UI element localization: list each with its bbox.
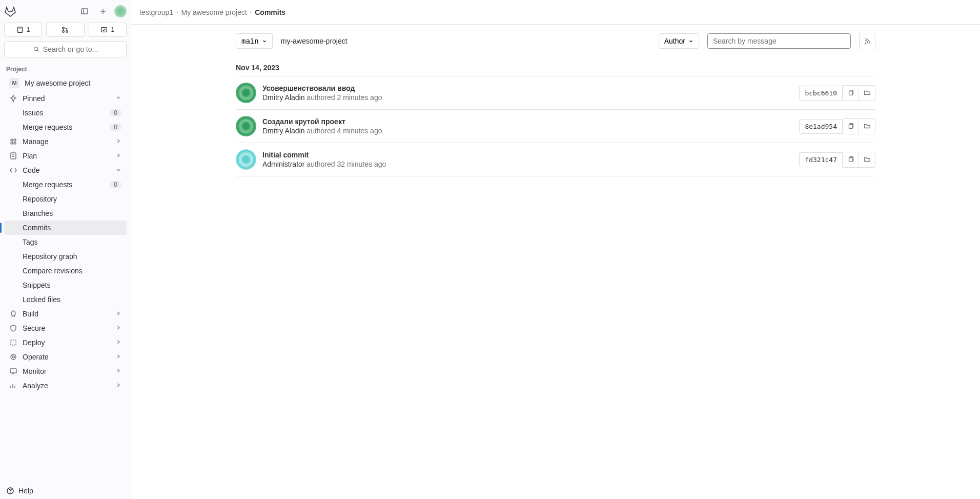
commit-avatar[interactable] (236, 116, 256, 136)
breadcrumb-item[interactable]: testgroup1 (139, 8, 173, 16)
operate-icon (9, 353, 17, 361)
main: testgroup1 › My awesome project › Commit… (131, 0, 980, 499)
commit-title[interactable]: Initial commit (262, 151, 793, 159)
commit-row: Создали крутой проект Dmitry Aladin auth… (236, 110, 875, 143)
commit-sha-button[interactable]: 8e1ad954 (799, 119, 843, 134)
help-label: Help (18, 487, 33, 495)
sidebar-item-compare[interactable]: Compare revisions (4, 264, 127, 278)
code-mr-count: 0 (110, 181, 121, 188)
chevron-right-icon (115, 338, 121, 347)
sidebar-item-plan[interactable]: Plan (4, 149, 127, 163)
sidebar-item-locked[interactable]: Locked files (4, 292, 127, 307)
author-label: Author (664, 37, 685, 45)
sidebar: 1 1 Search or go to... Project M My awes… (0, 0, 131, 499)
commit-avatar[interactable] (236, 149, 256, 170)
sidebar-item-manage[interactable]: Manage (4, 134, 127, 149)
sidebar-item-project[interactable]: M My awesome project (4, 75, 127, 91)
branch-selector[interactable]: main (236, 33, 273, 49)
sidebar-item-commits[interactable]: Commits (4, 221, 127, 235)
svg-point-15 (14, 142, 16, 144)
gitlab-logo[interactable] (4, 5, 16, 17)
plan-icon (9, 152, 17, 160)
pin-icon (9, 94, 17, 103)
browse-files-button[interactable] (859, 85, 875, 101)
commit-row: Усовершенствовали ввод Dmitry Aladin aut… (236, 76, 875, 110)
commit-author[interactable]: Dmitry Aladin (262, 93, 304, 102)
commit-author[interactable]: Administrator (262, 160, 304, 168)
merge-requests-button[interactable] (46, 23, 84, 37)
chevron-right-icon (115, 137, 121, 146)
copy-sha-button[interactable] (843, 118, 859, 134)
sidebar-item-snippets[interactable]: Snippets (4, 278, 127, 292)
commit-avatar[interactable] (236, 83, 256, 103)
sidebar-item-build[interactable]: Build (4, 307, 127, 321)
browse-files-button[interactable] (859, 118, 875, 134)
sidebar-item-code-mr[interactable]: Merge requests 0 (4, 177, 127, 192)
commit-verb: authored (307, 93, 337, 102)
todo-count: 1 (27, 26, 30, 33)
sidebar-item-merge-requests-pinned[interactable]: Merge requests 0 (4, 120, 127, 134)
user-avatar[interactable] (114, 5, 127, 17)
copy-sha-button[interactable] (843, 152, 859, 168)
sidebar-item-analyze[interactable]: Analyze (4, 378, 127, 393)
svg-point-7 (63, 31, 65, 33)
assigned-issues-button[interactable]: 1 (4, 23, 42, 37)
commit-time: 32 minutes ago (337, 160, 386, 168)
commit-time: 4 minutes ago (337, 127, 382, 135)
mr-count: 1 (111, 26, 114, 33)
sidebar-item-issues[interactable]: Issues 0 (4, 106, 127, 120)
section-label: Project (0, 62, 131, 75)
project-badge: M (9, 78, 19, 88)
commit-list: Усовершенствовали ввод Dmitry Aladin aut… (236, 76, 875, 176)
collapse-sidebar-icon[interactable] (77, 4, 92, 18)
copy-sha-button[interactable] (843, 85, 859, 101)
sidebar-item-deploy[interactable]: Deploy (4, 335, 127, 350)
chevron-right-icon (115, 353, 121, 361)
todos-button[interactable]: 1 (89, 23, 127, 37)
chevron-right-icon (115, 152, 121, 160)
svg-line-11 (37, 50, 39, 52)
commit-sha-button[interactable]: bcbc6610 (799, 86, 843, 101)
commit-title[interactable]: Создали крутой проект (262, 117, 793, 126)
commit-search-input[interactable] (707, 33, 851, 49)
author-filter[interactable]: Author (659, 33, 699, 49)
commit-meta: Administrator authored 32 minutes ago (262, 160, 793, 168)
svg-rect-19 (11, 340, 16, 345)
svg-point-13 (14, 139, 16, 141)
help-button[interactable]: Help (0, 483, 131, 499)
project-path: my-awesome-project (281, 37, 348, 45)
branch-name: main (241, 37, 259, 45)
commit-meta: Dmitry Aladin authored 2 minutes ago (262, 93, 793, 102)
sidebar-item-secure[interactable]: Secure (4, 321, 127, 335)
folder-icon (864, 89, 871, 96)
breadcrumb-item-current: Commits (255, 8, 285, 16)
sidebar-item-repository[interactable]: Repository (4, 192, 127, 206)
svg-rect-4 (17, 27, 22, 33)
commit-meta: Dmitry Aladin authored 4 minutes ago (262, 127, 793, 135)
sidebar-item-pinned[interactable]: Pinned (4, 91, 127, 106)
svg-point-10 (34, 47, 37, 51)
breadcrumb-item[interactable]: My awesome project (181, 8, 247, 16)
search-button[interactable]: Search or go to... (4, 41, 127, 57)
chevron-right-icon (115, 382, 121, 390)
svg-point-14 (11, 142, 13, 144)
sidebar-item-branches[interactable]: Branches (4, 206, 127, 221)
commit-title[interactable]: Усовершенствовали ввод (262, 84, 793, 92)
commit-author[interactable]: Dmitry Aladin (262, 127, 304, 135)
svg-point-21 (12, 356, 14, 358)
rss-button[interactable] (859, 33, 875, 49)
breadcrumbs: testgroup1 › My awesome project › Commit… (131, 0, 980, 25)
date-header: Nov 14, 2023 (236, 57, 875, 76)
sidebar-item-operate[interactable]: Operate (4, 350, 127, 364)
sidebar-item-tags[interactable]: Tags (4, 235, 127, 249)
browse-files-button[interactable] (859, 152, 875, 168)
sidebar-item-code[interactable]: Code (4, 163, 127, 177)
mr-count-pinned: 0 (110, 124, 121, 131)
sidebar-item-graph[interactable]: Repository graph (4, 249, 127, 264)
svg-rect-28 (849, 91, 852, 95)
sidebar-item-monitor[interactable]: Monitor (4, 364, 127, 378)
commit-sha-button[interactable]: fd321c47 (799, 152, 843, 167)
plus-icon[interactable] (96, 4, 110, 18)
svg-point-12 (11, 139, 13, 141)
chart-icon (9, 382, 17, 390)
